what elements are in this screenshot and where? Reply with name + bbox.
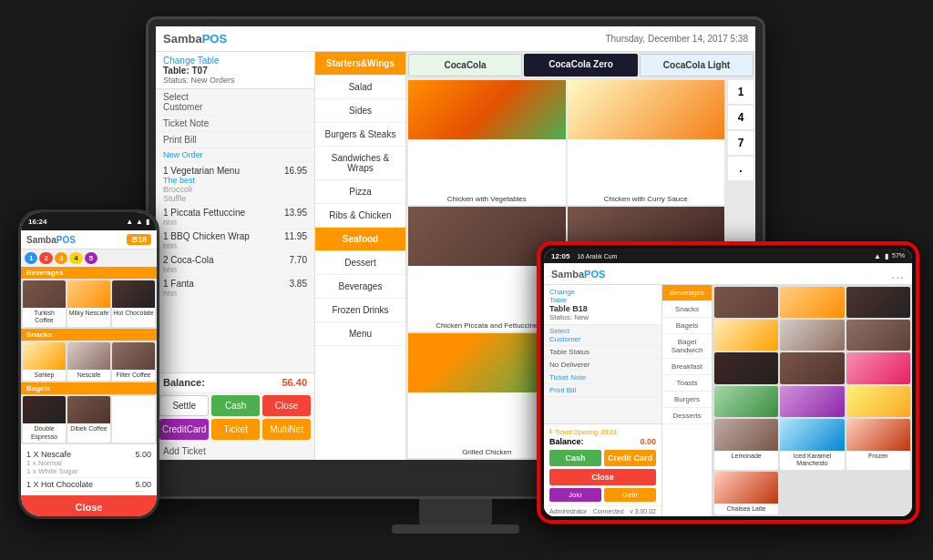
qty-dot[interactable]: . xyxy=(728,157,754,180)
menu-item-chicken-curry[interactable]: Chicken with Curry Sauce xyxy=(568,80,725,205)
phone-item-sahlep[interactable]: Sahlep xyxy=(23,342,66,381)
cat-menu[interactable]: Menu xyxy=(315,322,405,346)
phone-order-2[interactable]: 1 X Hot Chocolate 5.00 xyxy=(26,478,151,492)
cat-sides[interactable]: Sides xyxy=(315,99,405,123)
tablet-cat-toasts[interactable]: Toasts xyxy=(662,375,712,392)
tablet-item-hotchoc[interactable]: Hot Chocolate xyxy=(846,287,910,318)
qty-4[interactable]: 4 xyxy=(728,106,754,129)
tablet-item-lemonade[interactable]: Lemonade xyxy=(714,419,778,470)
phone-item-double[interactable]: Double Espresso xyxy=(23,396,66,443)
tablet-balance-label: Balance: xyxy=(549,437,584,446)
phone-close-btn[interactable]: Close xyxy=(21,495,157,516)
tablet-select-customer[interactable]: Select Customer xyxy=(544,325,661,346)
tablet-change-table[interactable]: Change Table xyxy=(549,288,656,304)
tablet-jokr-btn[interactable]: Jokr xyxy=(549,488,601,502)
tablet-battery-pct: 57% xyxy=(892,252,905,260)
tablet-cat-desserts[interactable]: Desserts xyxy=(662,408,712,424)
tablet-item-fresh-fruit[interactable]: Fresh Fruit Tea xyxy=(714,386,778,417)
tablet-print-bill[interactable]: Print Bill xyxy=(544,384,661,397)
tablet-cat-breakfast[interactable]: Breakfast xyxy=(662,359,712,375)
phone-menu-grid-3: Double Espresso Dibek Coffee xyxy=(21,394,157,444)
print-bill-btn[interactable]: Print Bill xyxy=(156,132,314,148)
tablet-item-dibek[interactable]: Dibek Coffee xyxy=(780,352,844,383)
tablet-cat-burgers[interactable]: Burgers xyxy=(662,392,712,408)
tablet-item-milkiced[interactable]: Milk Iced Coffee xyxy=(846,386,910,417)
phone-cat-5[interactable]: 5 xyxy=(85,252,97,264)
order-3-price: 11.95 xyxy=(284,231,307,241)
menu-item-chicken-veg[interactable]: Chicken with Vegetables xyxy=(408,80,566,205)
multinet-btn[interactable]: MultiNet xyxy=(262,419,311,440)
qty-1[interactable]: 1 xyxy=(728,80,754,104)
tablet-no-deliverer: No Deliverer xyxy=(544,359,661,372)
tablet-cash-btn[interactable]: Cash xyxy=(549,450,601,466)
phone-cat-4[interactable]: 4 xyxy=(69,252,82,264)
tablet-item-double[interactable]: Double Espresso xyxy=(714,352,778,383)
cocacola-light-btn[interactable]: CocaCola Light xyxy=(640,54,754,76)
tablet-dots[interactable]: ... xyxy=(891,267,905,281)
phone-cat-3[interactable]: 3 xyxy=(55,252,67,264)
turkish-coffee-label: Turkish Coffee xyxy=(23,308,66,327)
tablet-cat-beverages[interactable]: Beverages xyxy=(662,285,712,301)
tablet-item-freshly[interactable]: Freshly Squeezed Manchesto xyxy=(846,352,910,383)
add-ticket-btn[interactable]: Add Ticket xyxy=(156,443,314,460)
cat-burgers[interactable]: Burgers & Steaks xyxy=(315,123,405,147)
phone-item-nescafe[interactable]: Nescafe xyxy=(67,342,110,381)
tablet-item-frozen[interactable]: Frozen xyxy=(846,419,910,470)
tablet-bottom-bar: Administrator Connected v 3.00.02 xyxy=(544,505,661,516)
change-table-link[interactable]: Change Table xyxy=(163,56,307,66)
tablet-getir-btn[interactable]: Getir xyxy=(604,488,656,502)
select-customer-btn[interactable]: Select Customer xyxy=(156,89,314,116)
phone-cat-1[interactable]: 1 xyxy=(25,252,37,264)
phone-item-hotchoc[interactable]: Hot Chocolate xyxy=(112,280,155,327)
tablet-item-chalsea[interactable]: Chalsea Latte xyxy=(714,472,778,514)
credit-btn[interactable]: CreditCard xyxy=(159,419,209,440)
tablet-close-btn[interactable]: Close xyxy=(549,469,656,485)
phone-order-1[interactable]: 1 X Nescafe 1 x Normal 1 x White Sugar 5… xyxy=(26,448,151,478)
order-1-name: 1 Vegetarian Menu xyxy=(163,166,240,176)
cocacola-zero-btn[interactable]: CocaCola Zero xyxy=(524,54,638,76)
phone-item-dibek[interactable]: Dibek Coffee xyxy=(67,396,110,443)
order-item-2[interactable]: 1 Piccata Fettuccine 13.95 nnn xyxy=(156,206,314,229)
tablet-item-smoothie[interactable]: Smoothie xyxy=(780,386,844,417)
cat-starters[interactable]: Starters&Wings xyxy=(315,52,405,76)
tablet-ticket-note[interactable]: Ticket Note xyxy=(544,372,661,384)
cash-btn[interactable]: Cash xyxy=(211,395,260,416)
settle-btn[interactable]: Settle xyxy=(159,395,209,416)
order-item-5[interactable]: 1 Fanta 3.85 nnn xyxy=(156,277,314,300)
cat-ribs[interactable]: Ribs & Chicken xyxy=(315,204,405,228)
close-btn[interactable]: Close xyxy=(262,395,311,416)
tablet-item-sahlep[interactable]: Sahlep xyxy=(714,320,778,351)
tablet-extra-btns: Jokr Getir xyxy=(549,488,656,502)
cat-frozen[interactable]: Frozen Drinks xyxy=(315,299,405,322)
order-item-4[interactable]: 2 Coca-Cola 7.70 nnn xyxy=(156,253,314,277)
tablet-cat-bagels[interactable]: Bagels xyxy=(662,318,712,334)
ticket-btn[interactable]: Ticket xyxy=(211,419,260,440)
cocacola-btn[interactable]: CocaCola xyxy=(408,54,522,76)
order-item-3[interactable]: 1 BBQ Chicken Wrap 11.95 nnn xyxy=(156,229,314,253)
cat-beverages[interactable]: Beverages xyxy=(315,275,405,299)
phone-item-turkish[interactable]: Turkish Coffee xyxy=(23,280,66,327)
tablet-item-filter[interactable]: Filter Coffee xyxy=(846,320,910,351)
phone-item-milky[interactable]: Milky Nescafe xyxy=(67,280,110,327)
order-4-mod: nnn xyxy=(163,265,307,274)
cat-salad[interactable]: Salad xyxy=(315,76,405,99)
cat-sandwiches[interactable]: Sandwiches & Wraps xyxy=(315,147,405,180)
tablet-balance-row: Balance: 0.00 xyxy=(549,437,656,446)
tablet-frozen-label: Frozen xyxy=(846,451,910,462)
tablet-item-nescafe[interactable]: Nescafe xyxy=(780,320,844,351)
tablet-credit-btn[interactable]: Credit Card xyxy=(604,450,656,466)
tablet-item-turkish[interactable]: Turkish Coffee xyxy=(714,287,778,318)
cat-seafood[interactable]: Seafood xyxy=(315,228,405,251)
tablet-item-iced-karam[interactable]: Iced Karamel Manchesto xyxy=(780,419,844,470)
tablet-cat-bagel-sandwich[interactable]: Bagel Sandwich xyxy=(662,334,712,359)
tablet-item-milky[interactable]: Milky Nescafe xyxy=(780,287,844,318)
order-item-1[interactable]: 1 Vegetarian Menu 16.95 The best Broccol… xyxy=(156,164,314,206)
phone-item-filter[interactable]: Filter Coffee xyxy=(112,342,155,381)
ticket-note-btn[interactable]: Ticket Note xyxy=(156,116,314,132)
cat-dessert[interactable]: Dessert xyxy=(315,251,405,275)
tablet-sahlep-img xyxy=(714,320,778,351)
cat-pizza[interactable]: Pizza xyxy=(315,180,405,204)
phone-cat-2[interactable]: 2 xyxy=(39,252,52,264)
qty-7[interactable]: 7 xyxy=(728,131,754,155)
tablet-cat-snacks[interactable]: Snacks xyxy=(662,301,712,318)
